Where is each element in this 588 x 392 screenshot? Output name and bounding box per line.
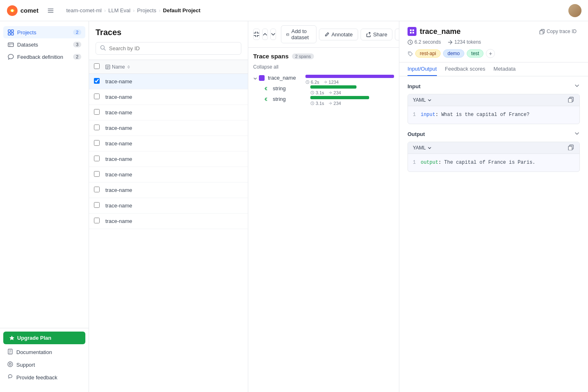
span-time-child1: 3.1s: [310, 90, 324, 95]
search-input[interactable]: [109, 45, 237, 51]
svg-rect-34: [540, 31, 543, 34]
svg-rect-8: [11, 33, 13, 35]
spans-panel: Add to dataset Annotate Share Delete Tra…: [248, 21, 399, 392]
collapse-all-button[interactable]: Collapse all: [253, 64, 278, 70]
sidebar-toggle[interactable]: [45, 5, 56, 16]
sidebar-item-projects[interactable]: Projects 2: [3, 26, 85, 38]
span-bar-child2: [310, 96, 369, 99]
table-row[interactable]: trace-name: [89, 105, 248, 120]
spans-content: Trace spans 2 spans Collapse all trace_n…: [248, 48, 399, 392]
table-header: Name: [89, 60, 248, 74]
spans-title: Trace spans: [253, 53, 289, 60]
input-section-header: Input: [408, 83, 580, 90]
copy-trace-id-button[interactable]: Copy trace ID: [536, 27, 580, 36]
tab-metadata[interactable]: Metadata: [494, 62, 516, 76]
documentation-icon: [7, 349, 13, 356]
search-box[interactable]: [96, 42, 241, 55]
table-row[interactable]: trace-name: [89, 89, 248, 105]
span-row-child1[interactable]: string 3.1s: [263, 85, 394, 95]
output-collapse-icon[interactable]: [574, 131, 580, 138]
output-copy-button[interactable]: [568, 145, 575, 151]
sidebar: Projects 2 Datasets 3 Feedback definitio…: [0, 21, 89, 392]
breadcrumb: team-comet-ml › LLM Eval › Projects › De…: [66, 7, 200, 13]
input-code-toolbar: YAML: [408, 94, 579, 106]
support-icon: [7, 361, 13, 368]
span-item-root: trace_name 6.2s: [253, 75, 394, 106]
span-row-child2[interactable]: string 3.1s: [263, 96, 394, 106]
table-row[interactable]: trace-name: [89, 151, 248, 167]
detail-title-row: trace_name Copy trace ID: [408, 27, 580, 36]
svg-point-1: [11, 9, 13, 12]
output-code-content: 1output: The capital of France is Paris.: [408, 154, 579, 172]
sidebar-item-feedback[interactable]: Feedback definition 2: [3, 51, 85, 63]
breadcrumb-item-projects[interactable]: Projects: [137, 7, 156, 13]
span-bar-area-root: 6.2s 1234: [302, 75, 394, 85]
svg-rect-24: [287, 33, 289, 36]
breadcrumb-item-team[interactable]: team-comet-ml: [66, 7, 102, 13]
table-row[interactable]: trace-name: [89, 136, 248, 151]
input-copy-button[interactable]: [568, 97, 575, 103]
upgrade-plan-button[interactable]: Upgrade Plan: [3, 332, 85, 344]
traces-table: trace-name trace-name trace-name trace-n…: [89, 74, 248, 392]
app-logo[interactable]: comet: [7, 5, 38, 16]
table-row[interactable]: trace-name: [89, 74, 248, 89]
select-all-checkbox[interactable]: [94, 63, 102, 70]
input-collapse-icon[interactable]: [574, 83, 580, 90]
table-row[interactable]: trace-name: [89, 183, 248, 198]
tab-input-output[interactable]: Input/Output: [408, 62, 437, 76]
sidebar-item-datasets[interactable]: Datasets 3: [3, 38, 85, 51]
span-toggle[interactable]: [253, 76, 257, 82]
span-meta-root: 6.2s 1234: [305, 80, 394, 85]
span-tokens-child1: 234: [328, 90, 341, 95]
annotate-button[interactable]: Annotate: [319, 29, 358, 40]
svg-rect-30: [412, 29, 414, 31]
svg-rect-5: [8, 30, 11, 32]
add-tag-button[interactable]: +: [486, 49, 495, 58]
sidebar-item-support[interactable]: Support: [3, 359, 85, 371]
output-code-block: YAML 1output: The capital of France is P…: [408, 142, 580, 172]
svg-rect-32: [412, 32, 414, 33]
span-meta-child2: 3.1s 234: [310, 101, 394, 106]
svg-point-17: [9, 363, 11, 365]
detail-title: trace_name: [408, 27, 461, 36]
sidebar-item-feedback-label: Feedback definition: [17, 54, 70, 60]
span-icon-purple: [259, 75, 265, 81]
detail-header: trace_name Copy trace ID 6.2 seconds 123…: [399, 21, 588, 62]
tag-rest-api[interactable]: rest-api: [415, 49, 441, 58]
expand-panel-button[interactable]: [253, 29, 260, 40]
span-item-child1: string 3.1s: [263, 85, 394, 95]
content-area: Traces Name: [89, 21, 588, 392]
breadcrumb-item-llmeval[interactable]: LLM Eval: [108, 7, 130, 13]
svg-rect-29: [410, 29, 412, 31]
svg-rect-3: [48, 10, 53, 11]
avatar[interactable]: [568, 4, 581, 17]
tab-feedback-scores[interactable]: Feedback scores: [445, 62, 486, 76]
span-row-root[interactable]: trace_name 6.2s: [253, 75, 394, 85]
span-bar-area-child1: 3.1s 234: [307, 85, 394, 95]
delete-button[interactable]: Delete: [395, 29, 399, 40]
feedback-badge: 2: [73, 54, 81, 60]
sidebar-item-provide-feedback[interactable]: Provide feedback: [3, 371, 85, 384]
span-time-child2: 3.1s: [310, 101, 324, 106]
table-row[interactable]: trace-name: [89, 198, 248, 214]
input-format-selector[interactable]: YAML: [413, 97, 432, 103]
column-name-header: Name: [105, 64, 131, 70]
table-row[interactable]: trace-name: [89, 120, 248, 136]
output-format-selector[interactable]: YAML: [413, 145, 432, 151]
input-code-block: YAML 1input: What is the capital of Fran…: [408, 94, 580, 124]
table-row[interactable]: trace-name: [89, 214, 248, 229]
add-to-dataset-button[interactable]: Add to dataset: [281, 25, 316, 43]
traces-panel: Traces Name: [89, 21, 248, 392]
navigate-up-button[interactable]: [262, 29, 268, 40]
navigate-down-button[interactable]: [270, 29, 276, 40]
sidebar-item-documentation[interactable]: Documentation: [3, 346, 85, 359]
output-section-title: Output: [408, 131, 425, 137]
spans-header: Trace spans 2 spans: [253, 53, 394, 60]
search-icon: [100, 45, 106, 52]
tag-demo[interactable]: demo: [443, 49, 464, 58]
top-nav: comet team-comet-ml › LLM Eval › Project…: [0, 0, 588, 21]
share-button[interactable]: Share: [361, 29, 393, 40]
breadcrumb-item-current: Default Project: [163, 7, 200, 13]
tag-test[interactable]: test: [467, 49, 483, 58]
table-row[interactable]: trace-name: [89, 167, 248, 183]
